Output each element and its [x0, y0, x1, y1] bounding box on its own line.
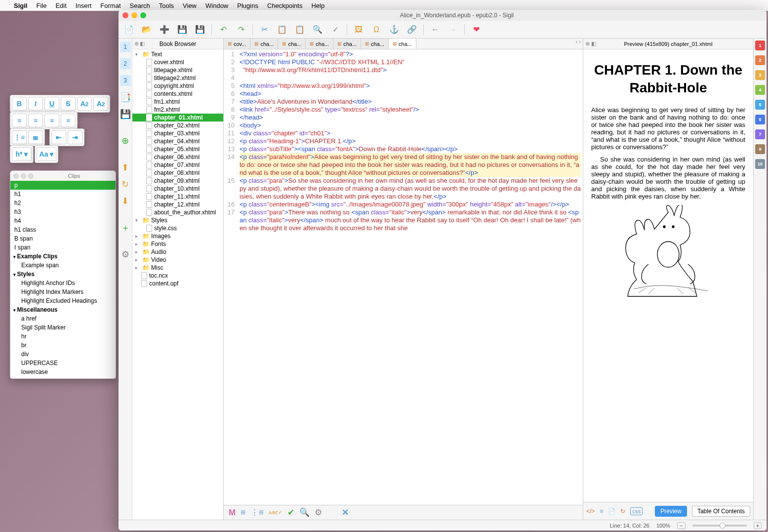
menu-search[interactable]: Search: [130, 2, 150, 9]
editor-tab[interactable]: ⊠cha...: [250, 39, 278, 49]
menu-plugins[interactable]: Plugins: [237, 2, 258, 9]
preview-tab[interactable]: Preview: [655, 506, 687, 517]
menu-edit[interactable]: Edit: [55, 2, 66, 9]
clips-group[interactable]: Miscellaneous: [10, 305, 116, 314]
bb-file[interactable]: style.css: [132, 224, 223, 232]
page-icon[interactable]: 📄: [608, 508, 615, 515]
indent-button[interactable]: ⇥: [68, 130, 82, 144]
zoom-in-button[interactable]: +: [754, 522, 762, 529]
clips-item[interactable]: h1 class: [10, 225, 116, 234]
plugin-2-icon[interactable]: 2: [755, 55, 765, 65]
spellcheck-button[interactable]: ✓: [329, 23, 342, 36]
clips-item[interactable]: h1: [10, 190, 116, 199]
book-view-icon[interactable]: ≡: [600, 508, 603, 515]
bb-folder[interactable]: ▾📁Styles: [132, 216, 223, 224]
window-zoom-icon[interactable]: [140, 12, 146, 18]
clips-item[interactable]: Titlecase: [10, 376, 116, 378]
open-button[interactable]: 📂: [140, 23, 153, 36]
bb-file[interactable]: fm2.xhtml: [132, 106, 223, 114]
bb-file[interactable]: chapter_06.xhtml: [132, 153, 223, 161]
menu-app[interactable]: Sigil: [14, 2, 27, 9]
insert-special-button[interactable]: Ω: [370, 23, 383, 36]
align-left-button[interactable]: ≡: [12, 114, 27, 127]
editor-tab[interactable]: ⊠cha...: [306, 39, 333, 49]
insert-image-button[interactable]: 🖼: [352, 23, 365, 36]
clips-item[interactable]: B span: [10, 234, 116, 243]
clips-item[interactable]: h2: [10, 199, 116, 207]
clips-item[interactable]: br: [10, 341, 116, 350]
heading3-icon[interactable]: 3: [120, 75, 131, 86]
m-icon[interactable]: M: [229, 508, 236, 518]
bb-file[interactable]: chapter_03.xhtml: [132, 129, 223, 137]
bb-folder[interactable]: ▸📁Images: [132, 232, 223, 240]
clips-item[interactable]: Example span: [10, 261, 116, 270]
up-icon[interactable]: ⬆: [120, 162, 131, 173]
underline-button[interactable]: U: [44, 97, 59, 111]
x-icon[interactable]: ✕: [342, 507, 349, 518]
align-justify-button[interactable]: ≡: [61, 114, 76, 127]
refresh-icon[interactable]: ↻: [120, 179, 131, 190]
toc-tab[interactable]: Table Of Contents: [692, 506, 750, 517]
bb-file[interactable]: about_the_author.xhtml: [132, 208, 223, 216]
outdent-button[interactable]: ⇤: [51, 130, 66, 144]
heading2-icon[interactable]: 2: [120, 58, 131, 69]
subscript-button[interactable]: A2: [77, 97, 92, 111]
bb-file[interactable]: titlepage2.xhtml: [132, 74, 223, 82]
italic-button[interactable]: I: [28, 97, 43, 111]
clips-item[interactable]: I span: [10, 243, 116, 252]
editor-tab[interactable]: ⊠cov...: [224, 39, 250, 49]
menu-help[interactable]: Help: [311, 2, 324, 9]
bullet-list-button[interactable]: ⋮≡: [12, 130, 27, 144]
cut-button[interactable]: ✂: [258, 23, 271, 36]
gear-bottom-icon[interactable]: ⚙: [315, 507, 322, 518]
bb-undock-icon[interactable]: ◧: [140, 41, 145, 47]
align-center-button[interactable]: ≡: [28, 114, 43, 127]
forward-button[interactable]: →: [446, 23, 459, 36]
clips-item[interactable]: h4: [10, 216, 116, 225]
tab-nav[interactable]: ‹ ›: [574, 39, 583, 49]
bb-file[interactable]: toc.ncx: [132, 272, 223, 280]
bb-file[interactable]: chapter_12.xhtml: [132, 201, 223, 208]
plugin-10-icon[interactable]: 10: [755, 159, 765, 169]
clips-item[interactable]: hr: [10, 332, 116, 341]
toc-icon[interactable]: ≡: [241, 508, 245, 518]
clips-item[interactable]: h3: [10, 207, 116, 216]
zoom-out-button[interactable]: −: [677, 522, 685, 529]
anchor-button[interactable]: ⚓: [388, 23, 401, 36]
bb-file[interactable]: contents.xhtml: [132, 90, 223, 98]
undo-button[interactable]: ↶: [217, 23, 230, 36]
add-file-button[interactable]: ➕: [158, 23, 171, 36]
bb-file[interactable]: chapter_05.xhtml: [132, 145, 223, 153]
menu-checkpoints[interactable]: Checkpoints: [267, 2, 303, 9]
clips-group[interactable]: Styles: [10, 270, 116, 279]
code-area[interactable]: 1234567891011121314151617 <?xml version=…: [224, 49, 583, 505]
clips-item[interactable]: Highlight Anchor IDs: [10, 279, 116, 287]
code-view-icon[interactable]: </>: [586, 508, 595, 515]
menu-format[interactable]: Format: [100, 2, 121, 9]
plugin-4-icon[interactable]: 4: [755, 85, 765, 95]
list-icon[interactable]: ⋮≡: [250, 507, 264, 518]
menu-view[interactable]: View: [183, 2, 197, 9]
plus-icon[interactable]: ＋: [120, 222, 131, 233]
plugin-6-icon[interactable]: 6: [755, 115, 765, 124]
disk-icon[interactable]: 💾: [120, 109, 131, 120]
zoom-icon[interactable]: 🔍: [299, 507, 310, 518]
add-icon[interactable]: ⊕: [120, 135, 131, 146]
plugin-5-icon[interactable]: 5: [755, 100, 765, 110]
clips-group[interactable]: Example Clips: [10, 252, 116, 261]
clips-item[interactable]: lowercase: [10, 368, 116, 376]
bb-file[interactable]: chapter_11.xhtml: [132, 193, 223, 201]
save-as-button[interactable]: 💾: [194, 23, 206, 36]
link-button[interactable]: 🔗: [405, 23, 418, 36]
save-button[interactable]: 💾: [176, 23, 189, 36]
clips-item[interactable]: a href: [10, 314, 116, 323]
pv-undock-icon[interactable]: ◧: [591, 41, 596, 46]
search-button[interactable]: 🔍: [311, 23, 324, 36]
clips-min-icon[interactable]: [21, 173, 26, 179]
abc-icon[interactable]: ᴀʙᴄ✓: [269, 509, 283, 516]
validate-icon[interactable]: ✔: [287, 507, 294, 518]
back-button[interactable]: ←: [429, 23, 442, 36]
window-close-icon[interactable]: [122, 12, 128, 18]
bold-button[interactable]: B: [12, 97, 27, 111]
editor-tab[interactable]: ⊠cha...: [278, 39, 306, 49]
